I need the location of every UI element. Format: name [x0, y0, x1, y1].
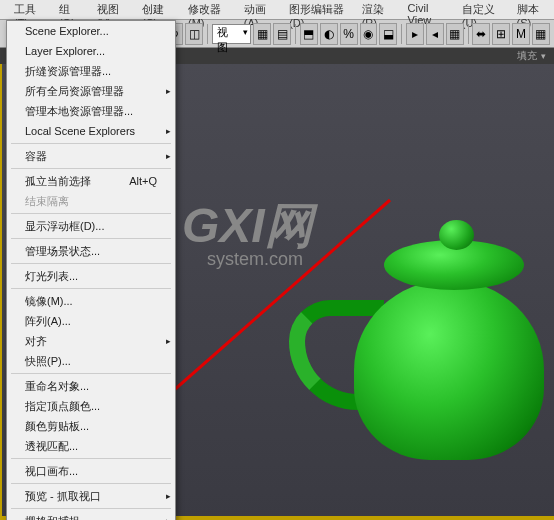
menu-item-label: 折缝资源管理器... [25, 64, 111, 79]
toolbar-btn-9[interactable]: ◂ [426, 23, 444, 45]
menu-item-label: 结束隔离 [25, 194, 69, 209]
toolbar-btn-6[interactable]: ◉ [360, 23, 378, 45]
submenu-arrow-icon: ▸ [166, 336, 171, 346]
submenu-arrow-icon: ▸ [166, 86, 171, 96]
menu-item-label: 透视匹配... [25, 439, 78, 454]
menu-item[interactable]: 管理场景状态... [7, 241, 175, 261]
menu-modifiers[interactable]: 修改器(M) [180, 0, 236, 19]
menu-separator [11, 263, 171, 264]
chevron-down-icon[interactable]: ▾ [541, 51, 546, 61]
toolbar-btn-2[interactable]: ▤ [273, 23, 291, 45]
submenu-arrow-icon: ▸ [166, 126, 171, 136]
menu-create[interactable]: 创建(C) [134, 0, 180, 19]
menu-scripting[interactable]: 脚本(S) [509, 0, 554, 19]
menu-item-label: 视口画布... [25, 464, 78, 479]
view-combo[interactable]: 视图 [212, 24, 251, 44]
menu-tools[interactable]: 工具(T) [6, 0, 51, 19]
menu-item-label: Scene Explorer... [25, 25, 109, 37]
menu-separator [11, 458, 171, 459]
menu-item[interactable]: 颜色剪贴板... [7, 416, 175, 436]
menu-item[interactable]: 孤立当前选择Alt+Q [7, 171, 175, 191]
menu-separator [11, 288, 171, 289]
menu-item-label: 指定顶点颜色... [25, 399, 100, 414]
toolbar-separator [295, 24, 296, 44]
menu-item[interactable]: 重命名对象... [7, 376, 175, 396]
menu-item: 结束隔离 [7, 191, 175, 211]
toolbar-btn-12[interactable]: ⊞ [492, 23, 510, 45]
menu-separator [11, 483, 171, 484]
menu-graph-editors[interactable]: 图形编辑器(D) [281, 0, 353, 19]
menu-item-label: 管理本地资源管理器... [25, 104, 133, 119]
toolbar-btn-5[interactable]: % [340, 23, 358, 45]
menu-separator [11, 373, 171, 374]
menu-item[interactable]: 灯光列表... [7, 266, 175, 286]
menu-item[interactable]: Scene Explorer... [7, 21, 175, 41]
menu-animation[interactable]: 动画(A) [236, 0, 281, 19]
toolbar-btn-11[interactable]: ⬌ [472, 23, 490, 45]
menu-item[interactable]: 栅格和捕捉▸ [7, 511, 175, 520]
menu-item[interactable]: 所有全局资源管理器▸ [7, 81, 175, 101]
menu-separator [11, 143, 171, 144]
menu-item[interactable]: 透视匹配... [7, 436, 175, 456]
teapot-model[interactable] [264, 200, 544, 460]
toolbar-btn-13[interactable]: M [512, 23, 530, 45]
toolbar-btn-10[interactable]: ▦ [446, 23, 464, 45]
menu-item[interactable]: 指定顶点颜色... [7, 396, 175, 416]
menu-item[interactable]: 镜像(M)... [7, 291, 175, 311]
submenu-arrow-icon: ▸ [166, 491, 171, 501]
menu-civil-view[interactable]: Civil View [400, 0, 454, 19]
menu-item-label: 显示浮动框(D)... [25, 219, 104, 234]
menu-item-label: 颜色剪贴板... [25, 419, 89, 434]
menu-item-label: Local Scene Explorers [25, 125, 135, 137]
toolbar-separator [468, 24, 469, 44]
menu-item-label: 灯光列表... [25, 269, 78, 284]
menu-item[interactable]: 对齐▸ [7, 331, 175, 351]
toolbar-btn-14[interactable]: ▦ [532, 23, 550, 45]
menu-item[interactable]: 容器▸ [7, 146, 175, 166]
menu-separator [11, 238, 171, 239]
toolbar-separator [207, 24, 208, 44]
menu-item-label: 容器 [25, 149, 47, 164]
menu-rendering[interactable]: 渲染(R) [354, 0, 400, 19]
menu-item[interactable]: 视口画布... [7, 461, 175, 481]
tools-dropdown: Scene Explorer...Layer Explorer...折缝资源管理… [6, 20, 176, 520]
toolbar-btn-3[interactable]: ⬒ [300, 23, 318, 45]
menu-item[interactable]: Layer Explorer... [7, 41, 175, 61]
menu-item[interactable]: 预览 - 抓取视口▸ [7, 486, 175, 506]
menu-item[interactable]: 管理本地资源管理器... [7, 101, 175, 121]
menu-item[interactable]: 显示浮动框(D)... [7, 216, 175, 236]
toolbar-btn-8[interactable]: ▸ [406, 23, 424, 45]
menu-item-label: 重命名对象... [25, 379, 89, 394]
menu-item-label: 所有全局资源管理器 [25, 84, 124, 99]
toolbar-btn-1[interactable]: ▦ [253, 23, 271, 45]
menu-item-label: 预览 - 抓取视口 [25, 489, 101, 504]
menu-item-label: 孤立当前选择 [25, 174, 91, 189]
scale-icon[interactable]: ◫ [185, 23, 203, 45]
menubar: 工具(T) 组(G) 视图(V) 创建(C) 修改器(M) 动画(A) 图形编辑… [0, 0, 554, 20]
menu-group[interactable]: 组(G) [51, 0, 89, 19]
menu-separator [11, 213, 171, 214]
menu-item-label: Layer Explorer... [25, 45, 105, 57]
menu-customize[interactable]: 自定义(U) [454, 0, 509, 19]
menu-item[interactable]: 快照(P)... [7, 351, 175, 371]
menu-item-label: 对齐 [25, 334, 47, 349]
menu-view[interactable]: 视图(V) [89, 0, 134, 19]
toolbar-btn-4[interactable]: ◐ [320, 23, 338, 45]
submenu-arrow-icon: ▸ [166, 151, 171, 161]
menu-item[interactable]: Local Scene Explorers▸ [7, 121, 175, 141]
menu-item[interactable]: 折缝资源管理器... [7, 61, 175, 81]
toolbar-separator [401, 24, 402, 44]
menu-item[interactable]: 阵列(A)... [7, 311, 175, 331]
menu-separator [11, 168, 171, 169]
menu-separator [11, 508, 171, 509]
menu-item-label: 管理场景状态... [25, 244, 100, 259]
submenu-arrow-icon: ▸ [166, 516, 171, 520]
menu-item-label: 镜像(M)... [25, 294, 73, 309]
menu-item-label: 快照(P)... [25, 354, 71, 369]
viewport-header-label: 填充 [517, 49, 537, 63]
toolbar-btn-7[interactable]: ⬓ [379, 23, 397, 45]
menu-shortcut: Alt+Q [129, 175, 157, 187]
menu-item-label: 栅格和捕捉 [25, 514, 80, 521]
menu-item-label: 阵列(A)... [25, 314, 71, 329]
